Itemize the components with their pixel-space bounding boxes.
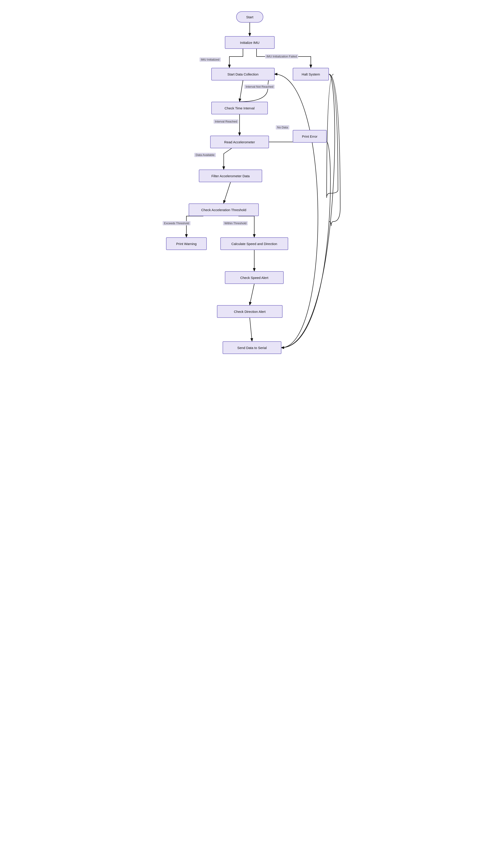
node-filter-accel: Filter Accelerometer Data: [199, 169, 262, 182]
node-check-accel: Check Acceleration Threshold: [189, 204, 259, 216]
node-print-warn: Print Warning: [166, 237, 207, 250]
node-halt: Halt System: [293, 68, 329, 81]
svg-line-1: [240, 81, 243, 101]
node-start-dc: Start Data Collection: [211, 68, 275, 81]
node-init-imu: Initialize IMU: [225, 36, 275, 49]
label-interval-not: Interval Not Reached: [244, 84, 275, 89]
label-imu-fail: IMU Initialization Failed: [265, 54, 298, 59]
svg-line-5: [250, 284, 254, 305]
svg-line-3: [224, 182, 231, 203]
label-interval-reached: Interval Reached: [213, 119, 239, 124]
node-send-serial: Send Data to Serial: [223, 341, 281, 354]
label-exceeds: Exceeds Threshold: [163, 221, 191, 225]
node-check-time: Check Time Interval: [211, 102, 268, 114]
flowchart: Start Initialize IMU Start Data Collecti…: [159, 4, 345, 841]
label-within: Within Threshold: [223, 221, 248, 225]
node-start: Start: [236, 11, 263, 23]
node-calc-speed: Calculate Speed and Direction: [220, 237, 288, 250]
label-data-available: Data Available: [194, 153, 216, 157]
svg-line-6: [250, 318, 252, 341]
node-read-accel: Read Accelerometer: [210, 136, 269, 148]
node-check-dir: Check Direction Alert: [217, 305, 283, 318]
label-no-data: No Data: [276, 125, 289, 130]
node-print-error: Print Error: [293, 130, 327, 143]
label-imu-ok: IMU Initialized: [200, 58, 221, 62]
node-check-speed: Check Speed Alert: [225, 271, 284, 284]
